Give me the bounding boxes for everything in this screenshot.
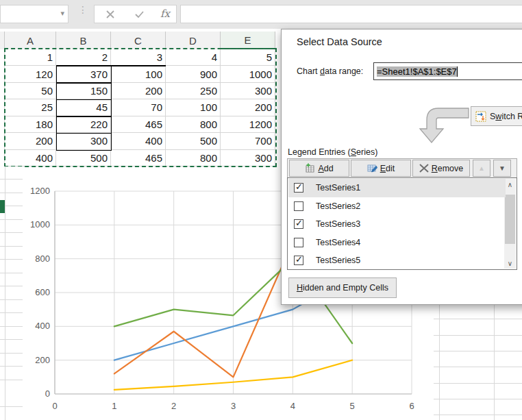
cell-E1[interactable]: 5 (221, 49, 275, 66)
series-list-scrollbar[interactable]: ∧ ∨ (504, 179, 516, 269)
cell-D2[interactable]: 900 (166, 66, 221, 82)
sheet-row-6: 200300400500700 (0, 133, 275, 149)
cell-D1[interactable]: 4 (166, 49, 221, 66)
column-header-D[interactable]: D (166, 32, 221, 49)
svg-text:600: 600 (35, 287, 50, 297)
column-header-E[interactable]: E (221, 32, 275, 49)
svg-text:1: 1 (112, 401, 116, 411)
cell-A4[interactable]: 25 (5, 99, 56, 116)
cell-A2[interactable]: 120 (5, 66, 56, 82)
column-headers: ABCDE (0, 32, 275, 49)
column-header-A[interactable]: A (5, 32, 56, 49)
cell-B1[interactable]: 2 (56, 49, 111, 66)
name-box[interactable]: ▾ (0, 5, 69, 23)
remove-icon (419, 164, 429, 173)
select-data-source-dialog: Select Data Source Chart data range: =Sh… (281, 29, 522, 305)
series-item-TestSeries2[interactable]: TestSeries2 (288, 197, 506, 216)
cancel-icon[interactable] (105, 10, 115, 19)
sheet-row-2: 1203701009001000 (0, 66, 275, 82)
formula-toolbar: ▾ ⋮ fx (0, 0, 522, 29)
cell-A1[interactable]: 1 (5, 49, 56, 66)
series-name-label: TestSeries5 (316, 256, 360, 265)
cell-B7[interactable]: 500 (56, 150, 111, 166)
series-list[interactable]: ∧ ∨ ✓TestSeries1TestSeries2✓TestSeries3T… (287, 177, 517, 270)
svg-text:5: 5 (350, 401, 355, 411)
edit-series-button[interactable]: Edit (351, 160, 411, 177)
scroll-up-icon[interactable]: ∧ (504, 179, 516, 190)
cell-E2[interactable]: 1000 (221, 66, 275, 82)
cell-C4[interactable]: 70 (111, 99, 166, 116)
cell-A5[interactable]: 180 (5, 116, 56, 133)
add-icon (305, 163, 315, 173)
sheet-grid[interactable]: 1234512037010090010005015020025030025457… (0, 49, 275, 166)
header-stub (0, 32, 5, 49)
series-item-TestSeries3[interactable]: ✓TestSeries3 (288, 215, 506, 234)
series-item-TestSeries5[interactable]: ✓TestSeries5 (288, 251, 506, 270)
formula-bar-input[interactable] (180, 5, 522, 23)
chart-data-range-input[interactable]: =Sheet1!$A$1:$E$7 (373, 62, 522, 80)
cell-C7[interactable]: 465 (111, 150, 166, 166)
add-series-button[interactable]: Add (289, 160, 349, 177)
sheet-row-1: 12345 (0, 49, 275, 66)
switch-row-column-button[interactable]: Switch R (471, 106, 522, 126)
cell-E4[interactable]: 200 (221, 99, 275, 116)
svg-text:1000: 1000 (30, 219, 50, 230)
cell-E7[interactable]: 300 (221, 150, 275, 166)
column-header-B[interactable]: B (56, 32, 111, 49)
cell-E5[interactable]: 1200 (221, 116, 275, 133)
bent-arrow-icon (414, 100, 471, 148)
cell-C3[interactable]: 200 (111, 83, 166, 99)
cell-border-box-b2b6 (56, 66, 112, 151)
checkbox-unchecked[interactable] (294, 238, 303, 247)
dialog-title: Select Data Source (297, 36, 382, 47)
formula-buttons-panel: fx (94, 5, 177, 23)
switch-row-column-icon (475, 111, 486, 122)
move-series-down-button[interactable]: ▼ (493, 160, 511, 177)
series-item-TestSeries4[interactable]: TestSeries4 (288, 234, 506, 252)
sheet-row-5: 1802204658001200 (0, 116, 275, 133)
cell-E3[interactable]: 300 (221, 83, 275, 99)
checkbox-checked[interactable]: ✓ (294, 183, 303, 193)
cell-C5[interactable]: 465 (111, 116, 166, 133)
cell-A3[interactable]: 50 (5, 83, 56, 99)
enter-check-icon[interactable] (134, 10, 145, 19)
cell-C1[interactable]: 3 (111, 49, 166, 66)
svg-text:6: 6 (409, 401, 414, 411)
edit-icon (367, 163, 377, 173)
scroll-down-icon[interactable]: ∨ (504, 258, 516, 269)
text-caret (457, 66, 458, 77)
chart-data-range-label: Chart data range: (297, 66, 363, 76)
insert-function-icon[interactable]: fx (160, 8, 170, 20)
svg-text:200: 200 (35, 355, 50, 365)
scrollbar-thumb[interactable] (505, 195, 515, 244)
toolbar-divider-dots-icon: ⋮ (78, 4, 88, 15)
svg-text:400: 400 (35, 321, 50, 331)
cell-D7[interactable]: 800 (166, 150, 221, 166)
move-series-up-button[interactable]: ▲ (473, 160, 490, 177)
checkbox-checked[interactable]: ✓ (294, 219, 303, 229)
series-name-label: TestSeries3 (316, 219, 360, 229)
svg-text:2: 2 (171, 401, 176, 411)
checkbox-unchecked[interactable] (294, 201, 303, 211)
cell-D6[interactable]: 500 (166, 133, 221, 149)
cell-A7[interactable]: 400 (5, 150, 56, 166)
column-header-C[interactable]: C (111, 32, 166, 49)
sheet-row-7: 400500465800300 (0, 150, 275, 166)
cell-D5[interactable]: 800 (166, 116, 221, 133)
checkbox-checked[interactable]: ✓ (294, 256, 303, 265)
cell-A6[interactable]: 200 (5, 133, 56, 149)
hidden-and-empty-cells-button[interactable]: Hidden and Empty Cells (288, 277, 397, 298)
series-item-TestSeries1[interactable]: ✓TestSeries1 (288, 179, 506, 197)
svg-text:4: 4 (290, 401, 295, 411)
cell-E6[interactable]: 700 (221, 133, 275, 149)
name-box-dropdown-icon[interactable]: ▾ (60, 9, 64, 18)
svg-text:1200: 1200 (30, 186, 50, 196)
cell-D4[interactable]: 100 (166, 99, 221, 116)
cell-D3[interactable]: 250 (166, 83, 221, 99)
series-name-label: TestSeries4 (316, 238, 360, 247)
cell-C2[interactable]: 100 (111, 66, 166, 82)
cell-C6[interactable]: 400 (111, 133, 166, 149)
remove-series-button[interactable]: Remove (412, 160, 470, 177)
svg-text:800: 800 (35, 254, 50, 264)
sheet-row-4: 254570100200 (0, 99, 275, 116)
